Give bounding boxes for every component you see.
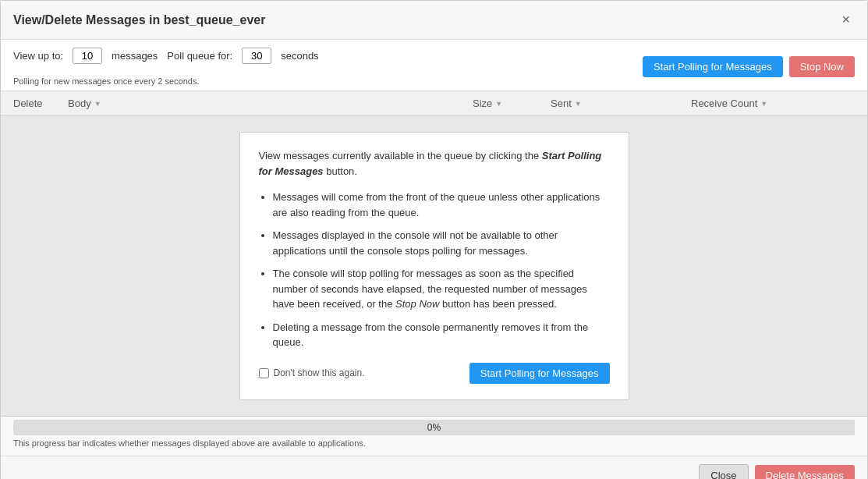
dialog: View/Delete Messages in best_queue_ever … — [0, 0, 868, 479]
col-size[interactable]: Size ▼ — [473, 98, 551, 109]
info-start-polling-button[interactable]: Start Polling for Messages — [469, 363, 610, 384]
seconds-label: seconds — [281, 50, 318, 62]
col-delete-label: Delete — [13, 98, 43, 109]
dialog-close-button[interactable]: × — [837, 10, 855, 30]
col-sent-sort-icon: ▼ — [575, 100, 582, 108]
col-size-sort-icon: ▼ — [495, 100, 502, 108]
close-button[interactable]: Close — [699, 464, 748, 480]
col-receive-sort-icon: ▼ — [760, 100, 767, 108]
info-bullet-2: Messages displayed in the console will n… — [273, 228, 610, 258]
col-size-label: Size — [473, 98, 492, 109]
dialog-footer: Close Delete Messages — [1, 456, 867, 480]
view-up-to-label: View up to: — [13, 50, 63, 62]
info-intro: View messages currently available in the… — [259, 148, 610, 179]
delete-messages-button[interactable]: Delete Messages — [755, 465, 855, 480]
poll-seconds-input[interactable] — [242, 48, 271, 64]
toolbar-left: View up to: messages Poll queue for: sec… — [13, 48, 319, 86]
toolbar-controls: View up to: messages Poll queue for: sec… — [13, 48, 319, 64]
info-italic: Start Polling for Messages — [259, 150, 602, 177]
info-stop-now-italic: Stop Now — [395, 298, 439, 310]
dialog-header: View/Delete Messages in best_queue_ever … — [1, 1, 867, 40]
progress-hint: This progress bar indicates whether mess… — [1, 435, 867, 454]
table-header: Delete Body ▼ Size ▼ Sent ▼ Receive Coun… — [1, 91, 867, 116]
toolbar: View up to: messages Poll queue for: sec… — [1, 40, 867, 91]
col-body-sort-icon: ▼ — [94, 100, 101, 108]
info-box: View messages currently available in the… — [239, 132, 629, 400]
dont-show-text: Don't show this again. — [274, 367, 365, 378]
messages-label: messages — [112, 50, 158, 62]
start-polling-button[interactable]: Start Polling for Messages — [643, 56, 783, 77]
table-body: View messages currently available in the… — [1, 116, 867, 416]
toolbar-right: Start Polling for Messages Stop Now — [643, 56, 855, 77]
progress-section: 0% This progress bar indicates whether m… — [1, 416, 867, 456]
col-sent-label: Sent — [551, 98, 572, 109]
col-delete: Delete — [13, 98, 68, 109]
col-sent[interactable]: Sent ▼ — [551, 98, 691, 109]
stop-now-button[interactable]: Stop Now — [789, 56, 855, 77]
col-receive-count-label: Receive Count — [691, 98, 757, 109]
progress-bar: 0% — [13, 420, 855, 435]
info-bullet-3: The console will stop polling for messag… — [273, 266, 610, 312]
info-bullet-1: Messages will come from the front of the… — [273, 190, 610, 220]
col-body[interactable]: Body ▼ — [68, 98, 473, 109]
info-bullets: Messages will come from the front of the… — [273, 190, 610, 350]
view-up-to-input[interactable] — [73, 48, 102, 64]
progress-label: 0% — [427, 422, 441, 433]
dont-show-label[interactable]: Don't show this again. — [259, 367, 365, 378]
info-footer: Don't show this again. Start Polling for… — [259, 363, 610, 384]
dont-show-checkbox[interactable] — [259, 368, 269, 378]
col-body-label: Body — [68, 98, 91, 109]
info-bullet-4: Deleting a message from the console perm… — [273, 320, 610, 350]
col-receive-count[interactable]: Receive Count ▼ — [691, 98, 808, 109]
toolbar-hint: Polling for new messages once every 2 se… — [13, 76, 199, 86]
poll-queue-label: Poll queue for: — [167, 50, 232, 62]
dialog-title: View/Delete Messages in best_queue_ever — [13, 13, 265, 27]
